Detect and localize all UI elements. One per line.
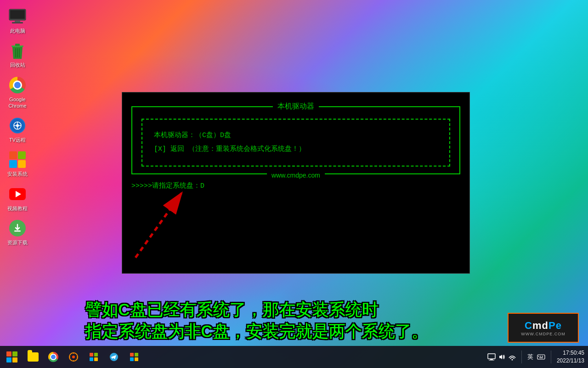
taskbar: 英 17:50:45 2022/11/13 [0,346,588,368]
desktop-icons-container: 此电脑 回收站 Google Chrome [0,0,37,253]
download-icon [8,219,27,237]
svg-point-14 [72,356,75,358]
desktop-icon-youtube[interactable]: 视频教程 [0,182,35,214]
terminal-window: 本机驱动器 本机驱动器：（C盘）D盘 [X] 返回 （注意：重装系统会格式化系统… [122,92,470,274]
svg-rect-2 [15,21,20,22]
chrome-icon [8,76,27,94]
monitor-tray-icon [487,353,496,361]
svg-rect-22 [130,357,134,361]
cmdpe-logo-text: CmdPe [525,320,562,332]
svg-rect-32 [539,357,543,358]
svg-rect-5 [15,44,20,46]
clock-date: 2022/11/13 [557,357,584,365]
terminal-box-footer: www.cmdpe.com [267,172,325,179]
my-computer-label: 此电脑 [10,28,25,34]
telegram-icon [109,352,119,362]
taskbar-compass-icon[interactable] [64,348,83,366]
svg-rect-3 [12,22,23,23]
store-icon [89,352,99,362]
terminal-back-line: [X] 返回 （注意：重装系统会格式化系统盘！） [154,143,438,156]
install-icon [8,150,27,169]
svg-rect-28 [537,355,545,359]
svg-rect-24 [488,354,495,359]
svg-rect-18 [94,357,98,361]
desktop-icon-my-computer[interactable]: 此电脑 [0,5,35,37]
tray-separator-2 [551,351,551,363]
taskbar-pinned-icons [24,348,143,366]
chrome-taskbar-icon [48,352,58,362]
tv-remote-icon [8,116,27,135]
desktop: 此电脑 回收站 Google Chrome [0,0,588,368]
svg-rect-25 [490,359,493,360]
download-label: 资源下载 [7,239,28,246]
terminal-box: 本机驱动器 本机驱动器：（C盘）D盘 [X] 返回 （注意：重装系统会格式化系统… [131,106,460,174]
terminal-box-title: 本机驱动器 [273,102,319,111]
taskbar-folder-icon[interactable] [24,348,42,366]
svg-rect-16 [94,353,98,356]
svg-rect-23 [135,357,138,361]
svg-rect-31 [542,356,543,357]
cmdpe-logo: CmdPe WWW.CMDPE.COM [508,313,579,343]
terminal-drive-line: 本机驱动器：（C盘）D盘 [154,129,438,143]
speaker-tray-icon [498,353,506,361]
tv-label: TV远程 [9,137,26,143]
computer-icon [8,7,27,26]
annotation-line1: 譬如C盘已经有系统了，那在安装系统时 [85,299,508,321]
taskbar-store-icon[interactable] [85,348,103,366]
windows-logo-icon [6,351,17,362]
taskbar-chrome-icon[interactable] [44,348,62,366]
svg-rect-20 [130,353,134,356]
svg-point-10 [16,124,19,127]
system-tray [487,353,516,361]
win-store-icon [129,352,139,362]
desktop-icon-download[interactable]: 资源下载 [0,216,35,248]
svg-rect-15 [90,353,93,356]
svg-rect-17 [90,357,93,361]
taskbar-clock[interactable]: 17:50:45 2022/11/13 [557,349,584,365]
annotation-container: 譬如C盘已经有系统了，那在安装系统时 指定系统盘为非C盘，安装完就是两个系统了。 [85,299,508,343]
tray-separator [521,351,522,363]
desktop-icon-install[interactable]: 安装系统 [0,148,35,180]
folder-icon [28,352,39,362]
youtube-label: 视频教程 [7,205,28,212]
svg-rect-26 [489,360,494,361]
clock-time: 17:50:45 [557,349,584,357]
compass-icon [68,352,79,362]
taskbar-right-area: 英 17:50:45 2022/11/13 [487,346,588,368]
svg-rect-30 [540,356,541,357]
svg-rect-29 [538,356,539,357]
terminal-prompt: >>>>>请指定系统盘：D [131,181,460,190]
chrome-label: Google Chrome [2,96,33,109]
svg-rect-21 [135,353,138,356]
language-indicator[interactable]: 英 [527,353,533,361]
start-button[interactable] [2,347,22,367]
taskbar-telegram-icon[interactable] [105,348,123,366]
youtube-icon [8,185,27,203]
terminal-content: 本机驱动器 本机驱动器：（C盘）D盘 [X] 返回 （注意：重装系统会格式化系统… [122,92,469,273]
recycle-bin-icon [8,41,27,60]
annotation-line2: 指定系统盘为非C盘，安装完就是两个系统了。 [85,321,508,343]
cmdpe-logo-url: WWW.CMDPE.COM [521,332,565,336]
terminal-inner-box: 本机驱动器：（C盘）D盘 [X] 返回 （注意：重装系统会格式化系统盘！） [141,119,450,167]
desktop-icon-recycle-bin[interactable]: 回收站 [0,39,35,71]
taskbar-winstore-icon[interactable] [125,348,143,366]
desktop-icon-chrome[interactable]: Google Chrome [0,73,35,112]
keyboard-icon [537,353,545,361]
network-tray-icon [509,353,516,361]
install-label: 安装系统 [7,171,28,177]
svg-rect-11 [14,230,21,232]
recycle-bin-label: 回收站 [10,62,25,68]
desktop-icon-tv[interactable]: TV远程 [0,114,35,146]
svg-point-27 [511,359,513,361]
svg-rect-1 [10,10,25,19]
